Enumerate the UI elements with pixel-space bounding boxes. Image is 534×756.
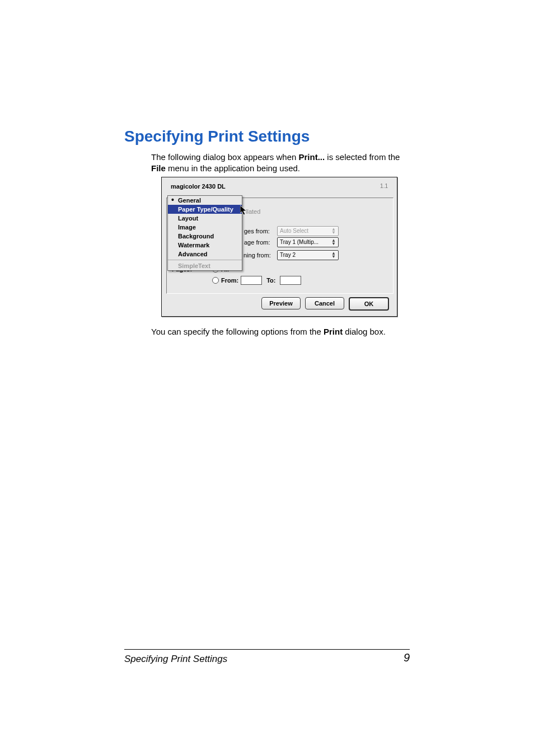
ok-button[interactable]: OK <box>349 297 389 311</box>
combo-value: Tray 2 <box>280 252 296 258</box>
pages-from-radio-row[interactable]: From: To: <box>212 276 301 285</box>
dialog-version: 1.1 <box>380 183 388 189</box>
dialog-button-row: Preview Cancel OK <box>261 297 389 311</box>
combo-value: Tray 1 (Multip... <box>280 239 318 245</box>
radio-from-label: From: <box>221 277 238 284</box>
page-number: 9 <box>404 651 410 664</box>
menu-item-layout[interactable]: Layout <box>168 214 242 223</box>
menu-item-general[interactable]: General <box>168 196 242 205</box>
tray1-combo[interactable]: Tray 1 (Multip... ▲▼ <box>277 237 339 247</box>
page-from-input[interactable] <box>241 276 262 285</box>
menu-item-simpletext: SimpleText <box>168 261 242 270</box>
bold-print: Print <box>324 327 343 336</box>
page-from-partial-label: age from: <box>244 239 270 246</box>
text: You can specify the following options fr… <box>151 327 324 336</box>
dialog-title: magicolor 2430 DL <box>171 183 226 190</box>
chevron-updown-icon: ▲▼ <box>331 228 336 234</box>
text: The following dialog box appears when <box>151 152 299 162</box>
combo-value: Auto Select <box>280 228 308 234</box>
page-to-input[interactable] <box>280 276 301 285</box>
ning-from-partial-label: ning from: <box>243 252 271 259</box>
options-paragraph: You can specify the following options fr… <box>151 326 409 337</box>
radio-from[interactable] <box>212 277 219 284</box>
intro-paragraph: The following dialog box appears when Pr… <box>151 152 409 175</box>
settings-section-menu[interactable]: General Paper Type/Quality Layout Image … <box>167 195 242 271</box>
section-heading: Specifying Print Settings <box>124 128 310 145</box>
text: menu in the application being used. <box>166 163 300 173</box>
cursor-icon <box>240 205 248 215</box>
bold-file: File <box>151 163 166 173</box>
chevron-updown-icon: ▲▼ <box>331 239 336 246</box>
auto-select-combo: Auto Select ▲▼ <box>277 226 339 236</box>
bold-print: Print... <box>299 152 325 162</box>
menu-separator <box>168 260 242 260</box>
text: is selected from the <box>325 152 400 162</box>
pages-from-partial-label: ges from: <box>244 228 270 234</box>
cancel-button[interactable]: Cancel <box>305 297 344 309</box>
menu-item-watermark[interactable]: Watermark <box>168 241 242 250</box>
menu-item-advanced[interactable]: Advanced <box>168 250 242 259</box>
footer-title: Specifying Print Settings <box>124 654 227 665</box>
text: dialog box. <box>343 327 386 336</box>
menu-item-paper-type-quality[interactable]: Paper Type/Quality <box>168 205 242 214</box>
svg-marker-0 <box>240 205 246 215</box>
to-label: To: <box>266 277 275 284</box>
tray2-combo[interactable]: Tray 2 ▲▼ <box>277 250 339 260</box>
print-dialog: magicolor 2430 DL 1.1 llated General Pap… <box>161 177 397 317</box>
chevron-updown-icon: ▲▼ <box>331 252 336 259</box>
preview-button[interactable]: Preview <box>261 297 301 309</box>
menu-item-background[interactable]: Background <box>168 232 242 241</box>
document-page: Specifying Print Settings The following … <box>0 0 534 756</box>
menu-item-image[interactable]: Image <box>168 223 242 232</box>
footer-rule <box>124 649 410 650</box>
